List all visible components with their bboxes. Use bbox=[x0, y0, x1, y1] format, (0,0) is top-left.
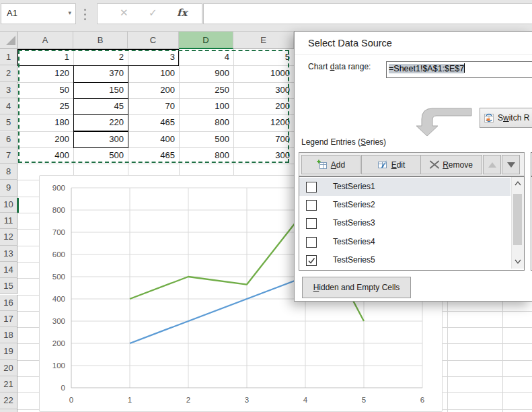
series-list-item-TestSeries3[interactable]: TestSeries3 bbox=[299, 214, 510, 232]
svg-text:900: 900 bbox=[52, 184, 65, 192]
row-header-1[interactable]: 1 bbox=[0, 49, 17, 65]
row-header-3[interactable]: 3 bbox=[0, 82, 17, 98]
row-header-10[interactable]: 10 bbox=[0, 197, 17, 213]
series-list-item-TestSeries4[interactable]: TestSeries4 bbox=[299, 233, 510, 251]
chart-data-range-value: =Sheet1!$A$1:$E$7 bbox=[389, 64, 464, 73]
svg-text:400: 400 bbox=[52, 295, 65, 303]
edit-button-label: Edit bbox=[391, 160, 406, 170]
up-arrow-icon bbox=[488, 162, 496, 168]
row-header-9[interactable]: 9 bbox=[0, 180, 17, 196]
name-box-dropdown-icon[interactable]: ▾ bbox=[68, 9, 71, 16]
move-series-down-button[interactable] bbox=[502, 155, 520, 174]
svg-text:4: 4 bbox=[303, 396, 308, 404]
svg-text:600: 600 bbox=[52, 250, 65, 259]
add-button-label: Add bbox=[331, 160, 345, 170]
down-arrow-icon bbox=[507, 162, 515, 168]
row-header-21[interactable]: 21 bbox=[0, 376, 17, 392]
series-checkbox-TestSeries4[interactable] bbox=[306, 237, 317, 248]
select-all-corner[interactable] bbox=[0, 32, 17, 49]
series-checkbox-TestSeries3[interactable] bbox=[306, 218, 317, 229]
row-header-7[interactable]: 7 bbox=[0, 147, 17, 164]
scroll-up-icon[interactable] bbox=[512, 178, 524, 190]
svg-text:3: 3 bbox=[245, 396, 249, 404]
svg-text:100: 100 bbox=[52, 362, 65, 370]
dialog-title-separator bbox=[295, 54, 532, 55]
row-header-16[interactable]: 16 bbox=[0, 295, 17, 311]
column-header-D[interactable]: D bbox=[179, 32, 233, 49]
switch-row-column-button[interactable]: Switch R bbox=[480, 108, 532, 128]
formula-bar-strip: A1 ▾ ✕ ✓ fx bbox=[0, 0, 532, 32]
svg-text:0: 0 bbox=[61, 384, 65, 392]
row-header-18[interactable]: 18 bbox=[0, 327, 17, 343]
svg-text:200: 200 bbox=[52, 339, 65, 347]
svg-text:500: 500 bbox=[52, 273, 65, 281]
scrollbar-thumb[interactable] bbox=[513, 194, 522, 245]
row-header-5[interactable]: 5 bbox=[0, 114, 17, 131]
column-header-B[interactable]: B bbox=[73, 32, 128, 49]
series-list-scrollbar[interactable] bbox=[511, 177, 524, 269]
series-listbox: TestSeries1TestSeries2TestSeries3TestSer… bbox=[299, 176, 525, 271]
swap-direction-arrow-icon bbox=[402, 104, 482, 139]
formula-input[interactable] bbox=[203, 3, 532, 24]
row-header-8[interactable]: 8 bbox=[0, 164, 17, 180]
series-checkbox-TestSeries1[interactable] bbox=[306, 182, 317, 193]
formula-bar-grip-icon bbox=[84, 9, 87, 20]
add-icon bbox=[317, 160, 328, 170]
series-list-item-TestSeries2[interactable]: TestSeries2 bbox=[299, 196, 510, 214]
row-header-13[interactable]: 13 bbox=[0, 246, 17, 262]
chart-data-range-label: Chart data range: bbox=[308, 62, 371, 71]
remove-x-icon bbox=[430, 160, 439, 169]
row-header-6[interactable]: 6 bbox=[0, 131, 17, 147]
hidden-and-empty-cells-button[interactable]: Hidden and Empty Cells bbox=[302, 277, 411, 298]
svg-text:2: 2 bbox=[186, 396, 190, 404]
svg-text:800: 800 bbox=[52, 206, 65, 214]
column-header-C[interactable]: C bbox=[128, 32, 179, 49]
svg-text:6: 6 bbox=[420, 396, 424, 404]
name-box-value: A1 bbox=[7, 8, 17, 18]
series-checkbox-TestSeries5[interactable] bbox=[306, 255, 317, 266]
series-label: TestSeries2 bbox=[333, 200, 375, 209]
row-header-11[interactable]: 11 bbox=[0, 213, 17, 229]
chart-data-range-input[interactable]: =Sheet1!$A$1:$E$7 bbox=[386, 61, 532, 78]
edit-icon bbox=[377, 160, 388, 170]
remove-button-label: Remove bbox=[443, 160, 473, 170]
switch-row-column-icon bbox=[484, 112, 494, 123]
row-header-14[interactable]: 14 bbox=[0, 262, 17, 278]
svg-text:1: 1 bbox=[128, 396, 132, 404]
series-checkbox-TestSeries2[interactable] bbox=[306, 200, 317, 211]
column-header-E[interactable]: E bbox=[233, 32, 294, 49]
move-series-up-button[interactable] bbox=[483, 155, 501, 174]
enter-icon[interactable]: ✓ bbox=[149, 7, 157, 19]
series-toolbar: Add Edit Remove bbox=[299, 152, 525, 176]
formula-bar-buttons: ✕ ✓ fx bbox=[97, 3, 202, 24]
add-series-button[interactable]: Add bbox=[301, 155, 360, 174]
edit-series-button[interactable]: Edit bbox=[361, 155, 421, 174]
series-list-item-TestSeries1[interactable]: TestSeries1 bbox=[299, 178, 510, 196]
name-box[interactable]: A1 ▾ bbox=[1, 3, 76, 24]
row-header-20[interactable]: 20 bbox=[0, 360, 17, 376]
row-header-22[interactable]: 22 bbox=[0, 392, 17, 409]
cancel-icon[interactable]: ✕ bbox=[120, 7, 128, 19]
row-header-4[interactable]: 4 bbox=[0, 98, 17, 114]
series-list-item-TestSeries5[interactable]: TestSeries5 bbox=[299, 251, 510, 269]
column-header-A[interactable]: A bbox=[17, 32, 73, 49]
excel-window: A1 ▾ ✕ ✓ fx ABCDE12345678910111213141516… bbox=[0, 0, 532, 412]
row-header-17[interactable]: 17 bbox=[0, 311, 17, 327]
insert-function-icon[interactable]: fx bbox=[177, 7, 187, 19]
row-header-12[interactable]: 12 bbox=[0, 229, 17, 245]
selection-marching-ants bbox=[18, 50, 289, 163]
row-header-15[interactable]: 15 bbox=[0, 278, 17, 294]
row-header-23[interactable]: 23 bbox=[0, 409, 17, 412]
hidden-and-empty-cells-label: Hidden and Empty Cells bbox=[313, 283, 400, 292]
select-data-source-dialog: Select Data Source Chart data range: =Sh… bbox=[294, 31, 532, 302]
switch-row-column-label: Switch R bbox=[498, 113, 529, 123]
row-header-2[interactable]: 2 bbox=[0, 65, 17, 81]
legend-entries-label: Legend Entries (Series) bbox=[301, 137, 386, 147]
dialog-title: Select Data Source bbox=[308, 38, 392, 48]
svg-text:700: 700 bbox=[52, 228, 65, 236]
scroll-down-icon[interactable] bbox=[512, 256, 524, 267]
remove-series-button[interactable]: Remove bbox=[420, 155, 482, 174]
svg-text:300: 300 bbox=[52, 317, 65, 325]
series-label: TestSeries1 bbox=[333, 182, 375, 191]
row-header-19[interactable]: 19 bbox=[0, 343, 17, 359]
